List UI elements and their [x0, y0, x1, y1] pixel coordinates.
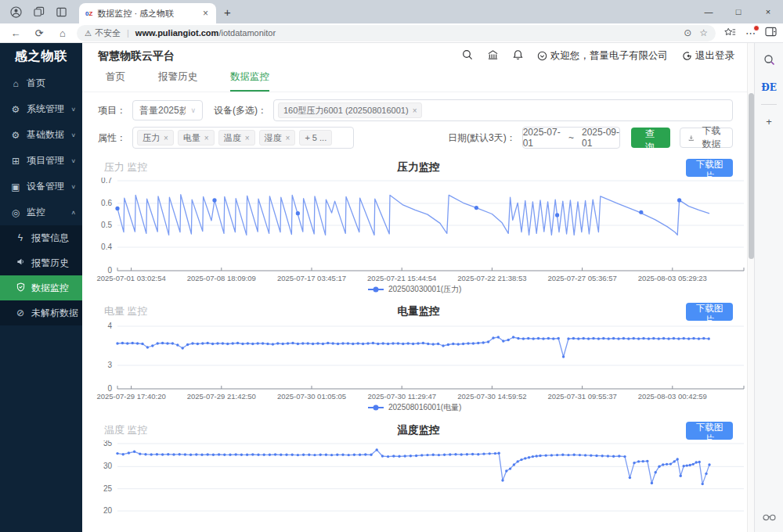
new-tab-button[interactable]: + — [224, 5, 231, 19]
bookmark-star-icon[interactable]: ☆ — [699, 27, 708, 38]
gear-icon: ⚙ — [9, 104, 22, 115]
sidebar-subitem-数据监控[interactable]: 数据监控 — [0, 275, 82, 300]
svg-text:4: 4 — [107, 322, 112, 330]
date-to: 2025-09-01 — [582, 127, 619, 149]
tab-title: 数据监控 · 感之物联 — [97, 8, 201, 20]
chevron-up-icon: ∧ — [70, 210, 76, 216]
discover-icon[interactable]: ⊙ — [684, 27, 691, 38]
favorites-icon[interactable] — [723, 27, 736, 40]
date-from: 2025-07-01 — [523, 127, 561, 149]
svg-text:2025-07-01 03:02:54: 2025-07-01 03:02:54 — [96, 274, 165, 282]
browser-menu-button[interactable]: ⋯ — [745, 27, 756, 39]
svg-text:2025-07-30 11:29:47: 2025-07-30 11:29:47 — [367, 392, 436, 401]
device-label: 设备(多选)： — [214, 104, 267, 117]
svg-text:2025-07-30 01:05:05: 2025-07-30 01:05:05 — [277, 392, 346, 401]
browser-window: 0Z 数据监控 · 感之物联 × + — □ × ← ⟳ ⌂ ⚠ 不安全 | w… — [0, 0, 783, 532]
page-scrollbar[interactable] — [747, 43, 754, 532]
rail-search-icon[interactable] — [760, 51, 778, 68]
browser-home-button[interactable]: ⌂ — [53, 27, 72, 39]
svg-text:2025-07-17 03:45:17: 2025-07-17 03:45:17 — [277, 274, 346, 282]
download-image-button[interactable]: 下载图片 — [686, 159, 733, 177]
tab-报警历史[interactable]: 报警历史 — [158, 70, 197, 92]
remove-tag-icon[interactable]: × — [204, 134, 209, 142]
window-maximize-button[interactable]: □ — [723, 0, 753, 23]
workspaces-icon[interactable] — [29, 3, 48, 20]
chart-title: 压力监控 — [261, 160, 576, 174]
tab-首页[interactable]: 首页 — [106, 70, 125, 92]
browser-tab[interactable]: 0Z 数据监控 · 感之物联 × — [79, 3, 216, 23]
reading-glasses-icon[interactable] — [760, 509, 778, 526]
charts-area: 压力 监控压力监控下载图片0.70.60.50.402025-07-01 03:… — [82, 153, 747, 532]
svg-text:35: 35 — [103, 440, 113, 448]
logout-button[interactable]: 退出登录 — [682, 49, 734, 63]
chart-section-电量监控: 电量 监控电量监控下载图片4302025-07-29 17:40:202025-… — [82, 301, 747, 415]
tab-close-icon[interactable]: × — [201, 8, 210, 19]
project-select[interactable]: 普量2025款4...∨ — [132, 100, 203, 120]
window-close-button[interactable]: × — [753, 0, 783, 23]
sidebar-item-监控[interactable]: ◎监控∧ — [0, 200, 82, 225]
date-range-input[interactable]: 2025-07-01 ~ 2025-09-01 — [522, 127, 621, 149]
section-label: 压力 监控 — [104, 160, 261, 174]
address-bar[interactable]: ⚠ 不安全 | www.puliangiot.com/iotdatamonito… — [77, 25, 716, 41]
security-label[interactable]: 不安全 — [95, 27, 121, 39]
split-screen-icon[interactable] — [765, 27, 777, 39]
flash-icon: ϟ — [14, 232, 27, 243]
user-menu[interactable]: 欢迎您，普量电子有限公司 — [537, 49, 668, 63]
rail-add-icon[interactable]: + — [760, 113, 778, 130]
scrollbar-thumb[interactable] — [749, 93, 754, 259]
update-badge — [753, 25, 760, 31]
svg-text:2025-07-29 17:40:20: 2025-07-29 17:40:20 — [96, 392, 165, 401]
sidebar-item-设备管理[interactable]: ▣设备管理∨ — [0, 174, 82, 200]
attribute-multiselect[interactable]: 压力×电量×温度×湿度×+ 5 ... — [132, 127, 354, 149]
chart-title: 温度监控 — [261, 423, 576, 437]
header-dashboard-icon[interactable] — [487, 49, 499, 63]
header-search-icon[interactable] — [462, 49, 473, 63]
tab-数据监控[interactable]: 数据监控 — [230, 70, 269, 92]
remove-tag-icon[interactable]: × — [286, 134, 290, 142]
breadcrumb-tabs: 首页报警历史数据监控 — [82, 69, 747, 92]
profile-icon[interactable] — [6, 3, 25, 20]
vertical-tabs-icon[interactable] — [52, 3, 70, 20]
svg-text:202508016001(电量): 202508016001(电量) — [388, 403, 461, 412]
chevron-down-icon: ∨ — [190, 106, 196, 114]
remove-tag-icon[interactable]: × — [164, 134, 168, 142]
filter-tag[interactable]: 电量× — [178, 130, 215, 146]
sidebar-item-项目管理[interactable]: ⊞项目管理∨ — [0, 148, 82, 174]
section-label: 温度 监控 — [104, 423, 261, 437]
device-multiselect[interactable]: 160型压力6001 (202508016001)× — [273, 99, 733, 121]
remove-tag-icon[interactable]: × — [245, 134, 250, 142]
browser-titlebar: 0Z 数据监控 · 感之物联 × + — □ × — [0, 0, 783, 23]
svg-text:2025-08-03 00:42:59: 2025-08-03 00:42:59 — [638, 392, 707, 401]
download-data-button[interactable]: 下载数据 — [680, 128, 733, 148]
sidebar-item-基础数据[interactable]: ⚙基础数据∨ — [0, 122, 82, 148]
remove-tag-icon[interactable]: × — [413, 106, 417, 115]
svg-text:0.5: 0.5 — [101, 221, 112, 229]
section-label: 电量 监控 — [104, 304, 261, 318]
rail-extension-icon[interactable]: ĐE — [760, 79, 778, 96]
svg-text:30: 30 — [103, 462, 113, 470]
svg-text:2025-07-08 18:09:09: 2025-07-08 18:09:09 — [187, 274, 256, 282]
chart-section-温度监控: 温度 监控温度监控下载图片35302520 — [82, 420, 747, 520]
sidebar-subitem-未解析数据[interactable]: ⊘未解析数据 — [0, 300, 82, 325]
reload-button[interactable]: ⟳ — [30, 27, 49, 39]
back-button[interactable]: ← — [6, 27, 25, 39]
svg-text:0.7: 0.7 — [101, 178, 112, 185]
attr-label: 属性： — [98, 131, 126, 145]
download-image-button[interactable]: 下载图片 — [686, 422, 733, 440]
filter-tag[interactable]: 160型压力6001 (202508016001)× — [278, 102, 422, 118]
window-minimize-button[interactable]: — — [694, 0, 723, 23]
filter-tag[interactable]: + 5 ... — [299, 130, 332, 146]
chevron-down-icon: ∨ — [70, 184, 76, 190]
filter-tag[interactable]: 温度× — [218, 130, 255, 146]
url-host: www.puliangiot.com — [135, 28, 219, 38]
sidebar-subitem-报警历史[interactable]: 报警历史 — [0, 250, 82, 275]
sidebar-item-首页[interactable]: ⌂首页 — [0, 70, 82, 96]
search-button[interactable]: 查 询 — [631, 128, 670, 148]
download-image-button[interactable]: 下载图片 — [686, 303, 733, 321]
svg-text:2025-07-27 05:36:57: 2025-07-27 05:36:57 — [547, 274, 616, 282]
notification-bell-icon[interactable] — [513, 49, 523, 63]
sidebar-item-系统管理[interactable]: ⚙系统管理∨ — [0, 96, 82, 122]
filter-tag[interactable]: 压力× — [137, 130, 174, 146]
sidebar-subitem-报警信息[interactable]: ϟ报警信息 — [0, 225, 82, 250]
filter-tag[interactable]: 湿度× — [259, 130, 296, 146]
